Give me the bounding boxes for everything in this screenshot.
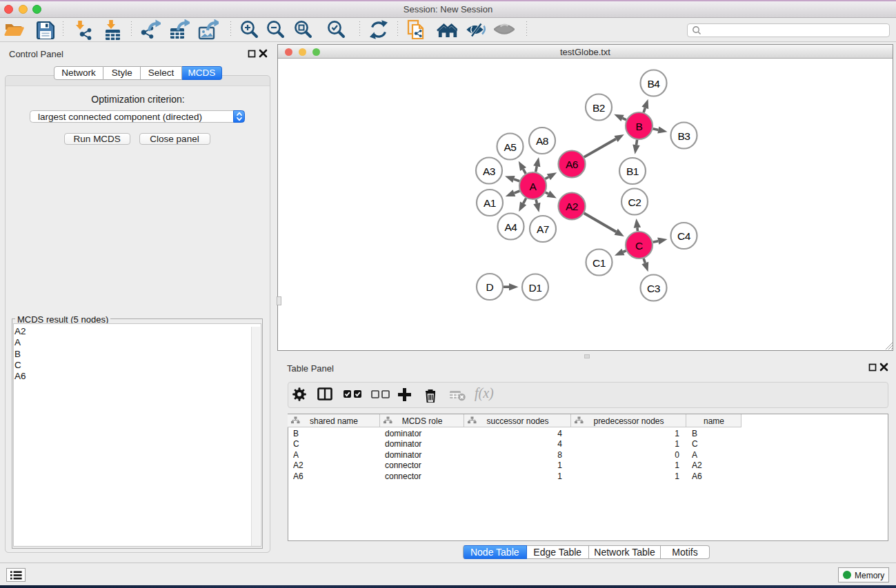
svg-text:A1: A1	[484, 197, 496, 209]
svg-text:C3: C3	[647, 283, 660, 294]
svg-text:A5: A5	[504, 141, 516, 153]
svg-text:B2: B2	[593, 102, 605, 114]
svg-text:B1: B1	[626, 165, 639, 177]
svg-text:C1: C1	[593, 257, 606, 269]
svg-text:C4: C4	[677, 230, 691, 242]
svg-text:C2: C2	[628, 196, 641, 208]
svg-text:A3: A3	[483, 165, 495, 177]
svg-text:A8: A8	[536, 135, 548, 147]
svg-text:A: A	[530, 181, 537, 192]
svg-text:C: C	[635, 240, 643, 252]
svg-text:B: B	[636, 121, 643, 132]
svg-text:A6: A6	[566, 159, 578, 170]
svg-text:B3: B3	[677, 130, 690, 142]
svg-text:A7: A7	[537, 223, 549, 235]
svg-text:B4: B4	[647, 78, 660, 90]
svg-text:A2: A2	[566, 201, 578, 212]
svg-text:D1: D1	[528, 282, 541, 294]
svg-text:D: D	[486, 281, 494, 293]
svg-text:A4: A4	[504, 221, 517, 233]
